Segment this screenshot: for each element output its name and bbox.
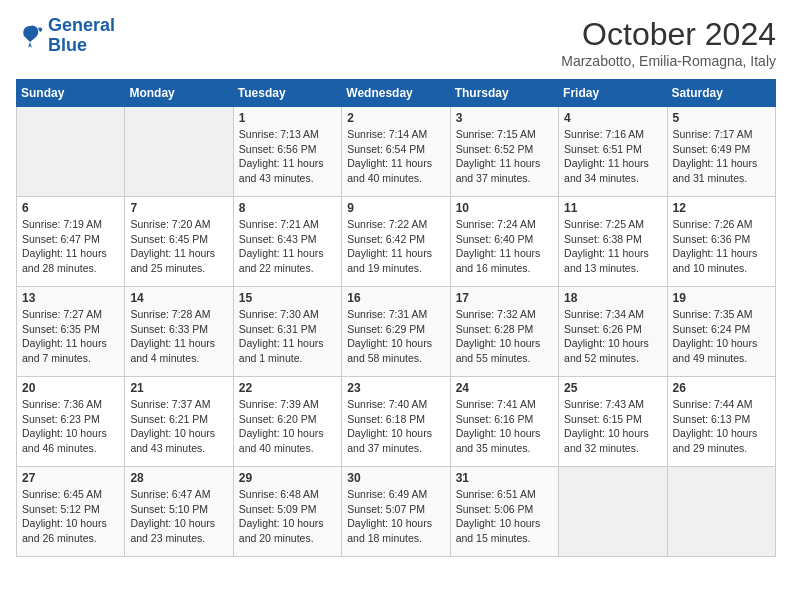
calendar-cell: 17Sunrise: 7:32 AMSunset: 6:28 PMDayligh… xyxy=(450,287,558,377)
day-info: Sunrise: 7:36 AMSunset: 6:23 PMDaylight:… xyxy=(22,397,119,456)
calendar-cell: 5Sunrise: 7:17 AMSunset: 6:49 PMDaylight… xyxy=(667,107,775,197)
col-monday: Monday xyxy=(125,80,233,107)
day-number: 1 xyxy=(239,111,336,125)
day-info: Sunrise: 7:41 AMSunset: 6:16 PMDaylight:… xyxy=(456,397,553,456)
calendar-cell xyxy=(667,467,775,557)
calendar-body: 1Sunrise: 7:13 AMSunset: 6:56 PMDaylight… xyxy=(17,107,776,557)
calendar-cell xyxy=(17,107,125,197)
col-thursday: Thursday xyxy=(450,80,558,107)
logo: General Blue xyxy=(16,16,115,56)
day-number: 21 xyxy=(130,381,227,395)
calendar-cell: 31Sunrise: 6:51 AMSunset: 5:06 PMDayligh… xyxy=(450,467,558,557)
calendar-cell: 27Sunrise: 6:45 AMSunset: 5:12 PMDayligh… xyxy=(17,467,125,557)
calendar-week-row: 20Sunrise: 7:36 AMSunset: 6:23 PMDayligh… xyxy=(17,377,776,467)
day-number: 29 xyxy=(239,471,336,485)
calendar-cell: 2Sunrise: 7:14 AMSunset: 6:54 PMDaylight… xyxy=(342,107,450,197)
day-number: 14 xyxy=(130,291,227,305)
day-number: 30 xyxy=(347,471,444,485)
calendar-cell: 21Sunrise: 7:37 AMSunset: 6:21 PMDayligh… xyxy=(125,377,233,467)
calendar-cell: 30Sunrise: 6:49 AMSunset: 5:07 PMDayligh… xyxy=(342,467,450,557)
title-block: October 2024 Marzabotto, Emilia-Romagna,… xyxy=(561,16,776,69)
day-number: 11 xyxy=(564,201,661,215)
day-info: Sunrise: 7:25 AMSunset: 6:38 PMDaylight:… xyxy=(564,217,661,276)
day-number: 12 xyxy=(673,201,770,215)
day-info: Sunrise: 7:14 AMSunset: 6:54 PMDaylight:… xyxy=(347,127,444,186)
day-number: 20 xyxy=(22,381,119,395)
calendar-cell: 1Sunrise: 7:13 AMSunset: 6:56 PMDaylight… xyxy=(233,107,341,197)
calendar-header-row: Sunday Monday Tuesday Wednesday Thursday… xyxy=(17,80,776,107)
day-number: 25 xyxy=(564,381,661,395)
day-number: 9 xyxy=(347,201,444,215)
day-number: 28 xyxy=(130,471,227,485)
calendar-cell: 6Sunrise: 7:19 AMSunset: 6:47 PMDaylight… xyxy=(17,197,125,287)
calendar-cell: 29Sunrise: 6:48 AMSunset: 5:09 PMDayligh… xyxy=(233,467,341,557)
calendar-cell: 22Sunrise: 7:39 AMSunset: 6:20 PMDayligh… xyxy=(233,377,341,467)
day-info: Sunrise: 6:48 AMSunset: 5:09 PMDaylight:… xyxy=(239,487,336,546)
day-info: Sunrise: 7:13 AMSunset: 6:56 PMDaylight:… xyxy=(239,127,336,186)
day-info: Sunrise: 7:22 AMSunset: 6:42 PMDaylight:… xyxy=(347,217,444,276)
day-info: Sunrise: 6:47 AMSunset: 5:10 PMDaylight:… xyxy=(130,487,227,546)
calendar-cell: 12Sunrise: 7:26 AMSunset: 6:36 PMDayligh… xyxy=(667,197,775,287)
calendar-cell: 7Sunrise: 7:20 AMSunset: 6:45 PMDaylight… xyxy=(125,197,233,287)
day-info: Sunrise: 7:24 AMSunset: 6:40 PMDaylight:… xyxy=(456,217,553,276)
day-info: Sunrise: 7:21 AMSunset: 6:43 PMDaylight:… xyxy=(239,217,336,276)
calendar-cell: 19Sunrise: 7:35 AMSunset: 6:24 PMDayligh… xyxy=(667,287,775,377)
col-sunday: Sunday xyxy=(17,80,125,107)
calendar-cell: 15Sunrise: 7:30 AMSunset: 6:31 PMDayligh… xyxy=(233,287,341,377)
day-number: 18 xyxy=(564,291,661,305)
calendar-week-row: 1Sunrise: 7:13 AMSunset: 6:56 PMDaylight… xyxy=(17,107,776,197)
calendar-cell: 26Sunrise: 7:44 AMSunset: 6:13 PMDayligh… xyxy=(667,377,775,467)
logo-line2: Blue xyxy=(48,35,87,55)
day-number: 10 xyxy=(456,201,553,215)
day-number: 19 xyxy=(673,291,770,305)
day-number: 4 xyxy=(564,111,661,125)
day-info: Sunrise: 7:43 AMSunset: 6:15 PMDaylight:… xyxy=(564,397,661,456)
calendar-week-row: 13Sunrise: 7:27 AMSunset: 6:35 PMDayligh… xyxy=(17,287,776,377)
day-info: Sunrise: 7:37 AMSunset: 6:21 PMDaylight:… xyxy=(130,397,227,456)
logo-text: General Blue xyxy=(48,16,115,56)
calendar-cell: 16Sunrise: 7:31 AMSunset: 6:29 PMDayligh… xyxy=(342,287,450,377)
day-info: Sunrise: 7:20 AMSunset: 6:45 PMDaylight:… xyxy=(130,217,227,276)
day-info: Sunrise: 7:17 AMSunset: 6:49 PMDaylight:… xyxy=(673,127,770,186)
day-number: 17 xyxy=(456,291,553,305)
day-number: 3 xyxy=(456,111,553,125)
calendar-cell: 4Sunrise: 7:16 AMSunset: 6:51 PMDaylight… xyxy=(559,107,667,197)
calendar-table: Sunday Monday Tuesday Wednesday Thursday… xyxy=(16,79,776,557)
calendar-cell: 10Sunrise: 7:24 AMSunset: 6:40 PMDayligh… xyxy=(450,197,558,287)
day-number: 16 xyxy=(347,291,444,305)
day-number: 23 xyxy=(347,381,444,395)
calendar-cell: 9Sunrise: 7:22 AMSunset: 6:42 PMDaylight… xyxy=(342,197,450,287)
day-info: Sunrise: 7:39 AMSunset: 6:20 PMDaylight:… xyxy=(239,397,336,456)
calendar-cell xyxy=(559,467,667,557)
day-number: 22 xyxy=(239,381,336,395)
day-number: 2 xyxy=(347,111,444,125)
day-info: Sunrise: 7:34 AMSunset: 6:26 PMDaylight:… xyxy=(564,307,661,366)
calendar-cell: 20Sunrise: 7:36 AMSunset: 6:23 PMDayligh… xyxy=(17,377,125,467)
calendar-cell: 28Sunrise: 6:47 AMSunset: 5:10 PMDayligh… xyxy=(125,467,233,557)
day-info: Sunrise: 7:31 AMSunset: 6:29 PMDaylight:… xyxy=(347,307,444,366)
day-number: 26 xyxy=(673,381,770,395)
calendar-week-row: 27Sunrise: 6:45 AMSunset: 5:12 PMDayligh… xyxy=(17,467,776,557)
location-subtitle: Marzabotto, Emilia-Romagna, Italy xyxy=(561,53,776,69)
day-info: Sunrise: 7:16 AMSunset: 6:51 PMDaylight:… xyxy=(564,127,661,186)
day-info: Sunrise: 7:15 AMSunset: 6:52 PMDaylight:… xyxy=(456,127,553,186)
day-info: Sunrise: 7:28 AMSunset: 6:33 PMDaylight:… xyxy=(130,307,227,366)
day-info: Sunrise: 7:44 AMSunset: 6:13 PMDaylight:… xyxy=(673,397,770,456)
calendar-cell: 24Sunrise: 7:41 AMSunset: 6:16 PMDayligh… xyxy=(450,377,558,467)
day-number: 24 xyxy=(456,381,553,395)
month-year-title: October 2024 xyxy=(561,16,776,53)
day-number: 5 xyxy=(673,111,770,125)
day-info: Sunrise: 6:51 AMSunset: 5:06 PMDaylight:… xyxy=(456,487,553,546)
col-friday: Friday xyxy=(559,80,667,107)
day-info: Sunrise: 7:30 AMSunset: 6:31 PMDaylight:… xyxy=(239,307,336,366)
day-number: 6 xyxy=(22,201,119,215)
day-info: Sunrise: 7:19 AMSunset: 6:47 PMDaylight:… xyxy=(22,217,119,276)
day-number: 31 xyxy=(456,471,553,485)
day-info: Sunrise: 7:40 AMSunset: 6:18 PMDaylight:… xyxy=(347,397,444,456)
calendar-cell: 14Sunrise: 7:28 AMSunset: 6:33 PMDayligh… xyxy=(125,287,233,377)
day-info: Sunrise: 7:27 AMSunset: 6:35 PMDaylight:… xyxy=(22,307,119,366)
calendar-cell xyxy=(125,107,233,197)
calendar-cell: 11Sunrise: 7:25 AMSunset: 6:38 PMDayligh… xyxy=(559,197,667,287)
day-number: 27 xyxy=(22,471,119,485)
calendar-cell: 18Sunrise: 7:34 AMSunset: 6:26 PMDayligh… xyxy=(559,287,667,377)
